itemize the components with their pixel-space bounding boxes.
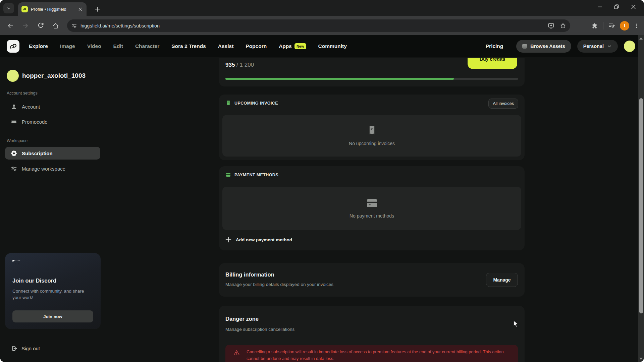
higgsfield-logo-icon[interactable]	[7, 40, 19, 53]
reload-button[interactable]	[35, 20, 46, 32]
buy-credits-button[interactable]: Buy credits	[468, 58, 517, 69]
new-tab-button[interactable]	[93, 4, 102, 14]
discord-body: Connect with community, and share your w…	[12, 288, 93, 301]
upcoming-invoice-header: UPCOMING INVOICE	[225, 100, 278, 106]
scroll-up-arrow-icon[interactable]	[639, 37, 643, 40]
manage-billing-button[interactable]: Manage	[486, 273, 518, 287]
sidebar-item-manage-workspace[interactable]: Manage workspace	[5, 162, 100, 175]
chevron-down-icon	[6, 6, 11, 11]
user-avatar[interactable]	[624, 41, 635, 52]
nav-item-pricing[interactable]: Pricing	[486, 43, 503, 49]
danger-zone-card: Danger zone Manage subscription cancella…	[219, 306, 525, 362]
forward-button[interactable]	[20, 20, 31, 32]
site-settings-icon[interactable]	[71, 23, 77, 29]
url-text[interactable]: higgsfield.ai/me/settings/subscription	[80, 23, 548, 28]
browser-toolbar: higgsfield.ai/me/settings/subscription I	[0, 16, 644, 35]
sign-out-button[interactable]: Sign out	[11, 345, 40, 352]
workspace-selector[interactable]: Personal	[577, 40, 618, 53]
payment-methods-title: PAYMENT METHODS	[234, 173, 278, 177]
billing-title: Billing information	[225, 272, 274, 278]
nav-item-apps[interactable]: Apps New	[279, 43, 306, 49]
browser-window: Profile • Higgsfield higgsfi	[0, 0, 644, 362]
toolbar-separator	[603, 22, 603, 29]
nav-item-image[interactable]: Image	[60, 43, 75, 49]
credits-used: 935	[225, 62, 235, 68]
discord-icon	[12, 260, 22, 267]
tab-close-icon[interactable]	[77, 6, 83, 12]
danger-zone-subtitle: Manage subscription cancellations	[225, 327, 294, 332]
home-button[interactable]	[50, 20, 61, 32]
payment-empty-icon	[366, 198, 378, 208]
mouse-cursor	[513, 320, 519, 328]
tab-search-button[interactable]	[3, 3, 14, 13]
upcoming-invoice-title: UPCOMING INVOICE	[234, 101, 278, 106]
invoice-empty-icon	[368, 125, 376, 135]
media-queue-icon[interactable]	[608, 22, 615, 29]
person-icon	[11, 104, 17, 110]
scrollbar-thumb[interactable]	[639, 98, 643, 313]
danger-zone-title: Danger zone	[225, 316, 259, 322]
credits-total: / 1 200	[236, 62, 254, 68]
subscription-badge-icon	[11, 150, 17, 157]
invoice-icon	[225, 100, 231, 106]
assets-icon	[522, 44, 527, 49]
header-separator	[510, 42, 510, 51]
window-restore-icon[interactable]	[614, 4, 619, 9]
warning-triangle-icon	[233, 350, 240, 356]
payment-card-icon	[225, 172, 231, 178]
payment-methods-empty-state: No payment methods	[222, 187, 521, 230]
join-discord-button[interactable]: Join now	[12, 310, 93, 322]
credits-counter: 935 / 1 200	[225, 62, 254, 68]
account-settings-section-label: Account settings	[7, 91, 38, 96]
header-right-cluster: Pricing Browse Assets Personal	[486, 40, 635, 53]
scroll-down-arrow-icon[interactable]	[639, 358, 643, 360]
billing-information-card: Billing information Manage your billing …	[219, 263, 525, 297]
install-app-icon[interactable]	[548, 22, 554, 29]
upcoming-invoice-empty-state: No upcoming invoices	[222, 115, 521, 157]
url-bar[interactable]: higgsfield.ai/me/settings/subscription	[67, 19, 570, 32]
buy-credits-clip: Buy credits	[468, 58, 517, 70]
discord-card: Join our Discord Connect with community,…	[5, 253, 101, 329]
browser-menu-icon[interactable]	[634, 23, 639, 28]
bookmark-star-icon[interactable]	[560, 22, 566, 29]
discord-title: Join our Discord	[12, 278, 93, 284]
nav-item-community[interactable]: Community	[318, 43, 347, 49]
nav-item-sora-2-trends[interactable]: Sora 2 Trends	[171, 43, 206, 49]
extensions-icon[interactable]	[592, 22, 598, 29]
sidebar-item-promocode[interactable]: Promocode	[5, 115, 100, 128]
all-invoices-button[interactable]: All invoices	[488, 99, 518, 109]
nav-item-edit[interactable]: Edit	[113, 43, 123, 49]
site-header: Explore Image Video Edit Character Sora …	[0, 35, 644, 57]
page-scrollbar[interactable]	[638, 35, 644, 362]
browser-tab[interactable]: Profile • Higgsfield	[18, 2, 87, 16]
tab-title: Profile • Higgsfield	[31, 7, 74, 12]
tab-strip: Profile • Higgsfield	[0, 0, 644, 16]
browser-profile-avatar[interactable]: I	[620, 21, 629, 31]
no-payment-methods-text: No payment methods	[350, 213, 394, 219]
sidebar-item-subscription[interactable]: Subscription	[5, 147, 100, 160]
sign-out-icon	[11, 345, 17, 352]
browse-assets-button[interactable]: Browse Assets	[516, 40, 571, 53]
toolbar-right-cluster: I	[592, 19, 639, 32]
billing-subtitle: Manage your billing details displayed on…	[225, 282, 333, 287]
nav-item-popcorn[interactable]: Popcorn	[246, 43, 267, 49]
nav-item-character[interactable]: Character	[135, 43, 159, 49]
credits-progress-fill	[225, 78, 454, 80]
new-badge: New	[294, 43, 306, 49]
upcoming-invoice-card: UPCOMING INVOICE All invoices No upcomin…	[219, 95, 525, 160]
add-payment-method-button[interactable]: Add new payment method	[225, 237, 292, 243]
nav-item-assist[interactable]: Assist	[218, 43, 234, 49]
nav-item-video[interactable]: Video	[87, 43, 101, 49]
nav-item-explore[interactable]: Explore	[29, 43, 48, 49]
back-button[interactable]	[5, 20, 16, 32]
profile-avatar[interactable]	[7, 70, 19, 82]
sidebar-item-account[interactable]: Account	[5, 100, 100, 113]
window-minimize-icon[interactable]	[597, 4, 602, 9]
window-close-icon[interactable]	[631, 4, 636, 9]
credits-card: 935 / 1 200 Buy credits	[219, 58, 525, 86]
chevron-down-icon	[607, 44, 612, 49]
plus-icon	[225, 237, 231, 243]
cancellation-warning-text: Cancelling a subscription will result in…	[247, 349, 506, 362]
no-upcoming-invoices-text: No upcoming invoices	[349, 141, 395, 146]
payment-methods-header: PAYMENT METHODS	[225, 172, 278, 178]
